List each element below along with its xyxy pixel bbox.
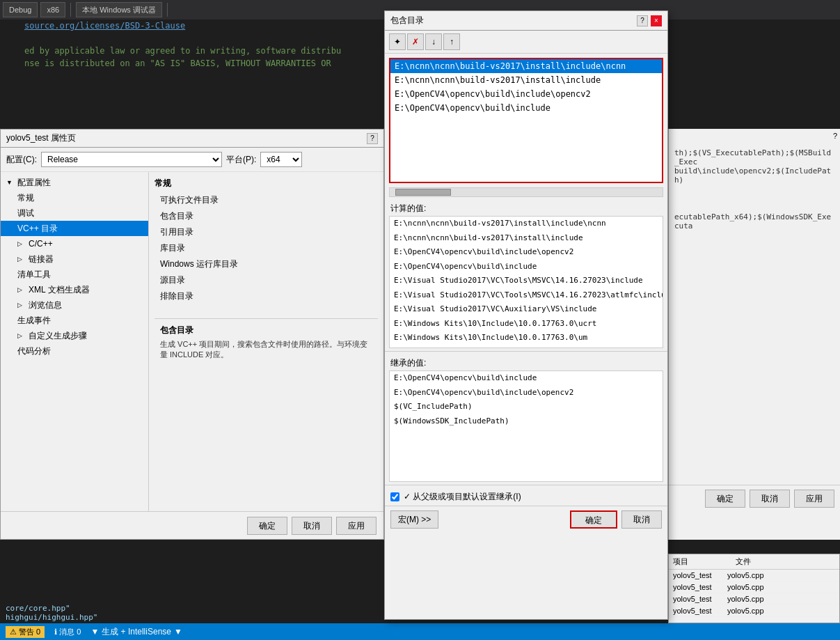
include-item-1[interactable]: E:\ncnn\ncnn\build-vs2017\install\includ… (390, 73, 662, 87)
move-down-btn[interactable]: ↓ (425, 33, 442, 50)
tree-item-debug[interactable]: 调试 (1, 205, 148, 221)
tree-item-custom-build[interactable]: ▷ 自定义生成步骤 (1, 328, 148, 343)
props-desc: 包含目录 生成 VC++ 项目期间，搜索包含文件时使用的路径。与环境变量 INC… (154, 318, 378, 366)
tree-item-label: 代码分析 (17, 345, 51, 357)
tree-item-label: 浏览信息 (29, 299, 62, 311)
props-row-lib[interactable]: 库目录 (154, 240, 378, 256)
tree-item-cpp[interactable]: ▷ C/C++ (1, 236, 148, 251)
include-item-0[interactable]: E:\ncnn\ncnn\build-vs2017\install\includ… (390, 59, 662, 73)
code-content: nse is distributed on an "AS IS" BASIS, … (24, 58, 331, 68)
category-label: 常规 (154, 178, 171, 189)
props-row-reference[interactable]: 引用目录 (154, 224, 378, 240)
tree-item-label: C/C++ (29, 239, 53, 249)
config-select[interactable]: Release (41, 152, 222, 167)
right-apply-btn[interactable]: 应用 (794, 490, 834, 508)
row-label: 可执行文件目录 (160, 194, 219, 206)
error-row-1[interactable]: yolov5_test yolov5.cpp (669, 582, 839, 593)
x86-dropdown[interactable]: x86 (40, 2, 65, 17)
include-item-3[interactable]: E:\OpenCV4\opencv\build\include (390, 101, 662, 115)
warning-status[interactable]: ⚠ 警告 0 (6, 626, 45, 638)
hscroll-thumb[interactable] (395, 189, 451, 196)
right-cancel-btn[interactable]: 取消 (750, 490, 790, 508)
right-panel-line-1: th);$(VS_ExecutablePath);$(MSBuild_Exec (674, 148, 834, 166)
row-project: yolov5_test (673, 607, 722, 615)
code-content: source.org/licenses/BSD-3-Clause (24, 21, 185, 31)
warning-label: 警告 0 (19, 627, 40, 637)
row-project: yolov5_test (673, 571, 722, 579)
local-debugger-btn[interactable]: 本地 Windows 调试器 (76, 2, 162, 17)
dialog-sep-2 (385, 485, 667, 485)
computed-item-1: E:\ncnn\ncnn\build-vs2017\install\includ… (390, 231, 663, 246)
delete-include-btn[interactable]: ✗ (407, 33, 424, 50)
tree-item-label: 生成事件 (17, 315, 51, 327)
project-col-header: 项目 (673, 556, 722, 567)
cancel-button[interactable]: 取消 (292, 517, 332, 535)
props-row-exclude[interactable]: 排除目录 (154, 288, 378, 304)
tree-item-manifest[interactable]: 清单工具 (1, 267, 148, 282)
props-content: 常规 可执行文件目录 包含目录 引用目录 库目录 Windows 运行库目录 源… (149, 172, 383, 526)
dialog-cancel-btn[interactable]: 取消 (621, 510, 662, 529)
inherit-checkbox[interactable] (390, 492, 399, 501)
expand-arrow: ▷ (17, 240, 26, 247)
tree-item-code-analysis[interactable]: 代码分析 (1, 343, 148, 359)
tree-item-label: 清单工具 (17, 269, 51, 281)
expand-arrow: ▷ (17, 256, 26, 263)
tree-item-build-events[interactable]: 生成事件 (1, 313, 148, 328)
tree-item-label: 常规 (17, 192, 34, 204)
checkbox-label: ✓ 从父级或项目默认设置继承(I) (404, 491, 521, 503)
props-row-source[interactable]: 源目录 (154, 272, 378, 288)
tree-item-label: VC++ 目录 (17, 223, 58, 235)
tree-item-general[interactable]: 常规 (1, 190, 148, 205)
error-row-0[interactable]: yolov5_test yolov5.cpp (669, 570, 839, 582)
include-item-2[interactable]: E:\OpenCV4\opencv\build\include\opencv2 (390, 87, 662, 101)
toolbar-separator-1 (70, 3, 71, 17)
dialog-bottom: 宏(M) >> 确定 取消 (385, 506, 667, 533)
move-up-btn[interactable]: ↑ (443, 33, 460, 50)
props-row-winrt[interactable]: Windows 运行库目录 (154, 256, 378, 272)
desc-text: 生成 VC++ 项目期间，搜索包含文件时使用的路径。与环境变量 INCLUDE … (160, 339, 372, 361)
inherited-list: E:\OpenCV4\opencv\build\include E:\OpenC… (389, 370, 663, 482)
platform-select[interactable]: x64 (260, 152, 302, 167)
error-list: 项目 文件 yolov5_test yolov5.cpp yolov5_test… (668, 554, 840, 623)
title-buttons: ? (367, 133, 378, 144)
props-row-include[interactable]: 包含目录 (154, 208, 378, 224)
tree-item-linker[interactable]: ▷ 链接器 (1, 251, 148, 267)
tree-item-xml[interactable]: ▷ XML 文档生成器 (1, 282, 148, 297)
right-ok-btn[interactable]: 确定 (705, 490, 745, 508)
include-list-hscroll[interactable] (389, 187, 663, 197)
tree-item-vc-dirs[interactable]: VC++ 目录 (1, 221, 148, 236)
expand-arrow: ▷ (17, 286, 26, 293)
tree-item-label: 链接器 (29, 253, 54, 265)
expand-arrow: ▷ (17, 332, 26, 339)
error-row-3[interactable]: yolov5_test yolov5.cpp (669, 605, 839, 617)
dialog-close-btn[interactable]: × (651, 15, 662, 26)
inherited-item-3: $(WindowsSDK_IncludePath) (390, 414, 663, 429)
props-row-executable[interactable]: 可执行文件目录 (154, 192, 378, 208)
computed-item-9: E:\Windows Kits\10\Include\10.0.17763.0\… (390, 345, 663, 349)
tree-item-browse[interactable]: ▷ 浏览信息 (1, 297, 148, 313)
props-bottom-row: 确定 取消 应用 (1, 511, 383, 539)
debug-dropdown[interactable]: Debug (3, 2, 38, 17)
macro-btn[interactable]: 宏(M) >> (390, 510, 438, 529)
add-include-btn[interactable]: ✦ (389, 33, 406, 50)
bottom-code: core/core.hpp" highgui/highgui.hpp" (0, 602, 384, 623)
build-status[interactable]: ▼ 生成 + IntelliSense ▼ (90, 626, 182, 638)
info-status[interactable]: ℹ 消息 0 (50, 626, 85, 638)
computed-item-6: E:\Visual Studio2017\VC\Auxiliary\VS\inc… (390, 302, 663, 317)
help-btn[interactable]: ? (367, 133, 378, 144)
bottom-code-line-1: core/core.hpp" (6, 604, 379, 613)
expand-arrow: ▷ (17, 302, 26, 309)
dialog-help-btn[interactable]: ? (637, 15, 648, 26)
tree-item-label: 自定义生成步骤 (29, 330, 87, 342)
dialog-title: 包含目录 (390, 15, 424, 26)
dialog-ok-btn[interactable]: 确定 (570, 510, 617, 529)
ok-button[interactable]: 确定 (247, 517, 287, 535)
platform-label: 平台(P): (226, 154, 256, 166)
tree-root[interactable]: ▼ 配置属性 (1, 175, 148, 190)
error-row-2[interactable]: yolov5_test yolov5.cpp (669, 593, 839, 605)
row-file: yolov5.cpp (727, 595, 776, 603)
apply-button[interactable]: 应用 (336, 517, 377, 535)
right-panel-help: ? (669, 129, 840, 143)
row-file: yolov5.cpp (727, 583, 776, 591)
expand-arrow: ▼ (6, 179, 15, 186)
